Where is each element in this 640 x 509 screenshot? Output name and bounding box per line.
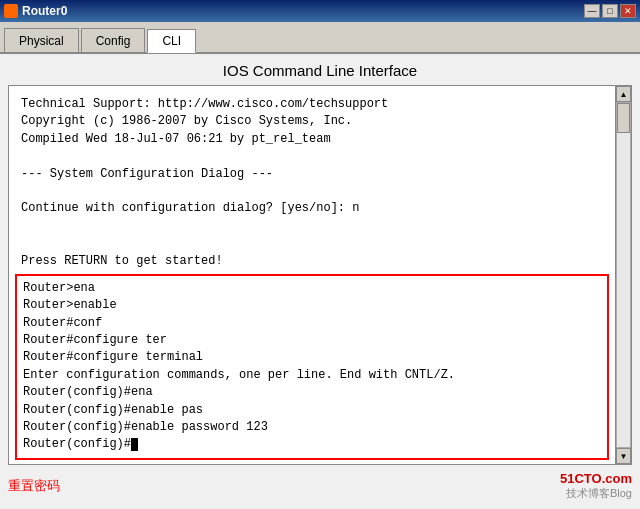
- window-body: IOS Command Line Interface Technical Sup…: [0, 54, 640, 509]
- tab-cli[interactable]: CLI: [147, 29, 196, 53]
- tab-bar: Physical Config CLI: [0, 22, 640, 54]
- terminal-line: Router(config)#: [23, 436, 601, 453]
- bottom-bar: 重置密码 51CTO.com 技术博客Blog: [8, 471, 632, 501]
- terminal-line: Continue with configuration dialog? [yes…: [21, 200, 603, 217]
- terminal-line: [21, 218, 603, 235]
- lower-output: Router>enaRouter>enableRouter#confRouter…: [15, 274, 609, 460]
- upper-output: Technical Support: http://www.cisco.com/…: [15, 92, 609, 274]
- tab-physical[interactable]: Physical: [4, 28, 79, 52]
- title-bar: Router0 — □ ✕: [0, 0, 640, 22]
- router-icon: [4, 4, 18, 18]
- minimize-button[interactable]: —: [584, 4, 600, 18]
- terminal-line: [21, 183, 603, 200]
- terminal-line: Enter configuration commands, one per li…: [23, 367, 601, 384]
- terminal-line: Router#configure terminal: [23, 349, 601, 366]
- close-button[interactable]: ✕: [620, 4, 636, 18]
- tab-config[interactable]: Config: [81, 28, 146, 52]
- watermark: 51CTO.com 技术博客Blog: [560, 471, 632, 501]
- watermark-blog: 技术博客Blog: [566, 487, 632, 499]
- terminal-line: [21, 235, 603, 252]
- terminal-line: Technical Support: http://www.cisco.com/…: [21, 96, 603, 113]
- scroll-track[interactable]: [616, 102, 631, 448]
- terminal-line: [21, 148, 603, 165]
- scroll-up-button[interactable]: ▲: [616, 86, 631, 102]
- scroll-down-button[interactable]: ▼: [616, 448, 631, 464]
- terminal-line: Copyright (c) 1986-2007 by Cisco Systems…: [21, 113, 603, 130]
- window-title: Router0: [22, 4, 67, 18]
- cursor: [131, 438, 138, 451]
- terminal-line: Router(config)#enable pas: [23, 402, 601, 419]
- terminal-line: Router(config)#ena: [23, 384, 601, 401]
- terminal-line: Router(config)#enable password 123: [23, 419, 601, 436]
- cli-heading: IOS Command Line Interface: [8, 62, 632, 79]
- scrollbar[interactable]: ▲ ▼: [615, 86, 631, 464]
- watermark-site: 51CTO.com: [560, 471, 632, 486]
- reset-link[interactable]: 重置密码: [8, 477, 60, 495]
- maximize-button[interactable]: □: [602, 4, 618, 18]
- terminal-container: Technical Support: http://www.cisco.com/…: [8, 85, 632, 465]
- terminal-line: Router>enable: [23, 297, 601, 314]
- terminal[interactable]: Technical Support: http://www.cisco.com/…: [9, 86, 615, 464]
- terminal-line: --- System Configuration Dialog ---: [21, 166, 603, 183]
- terminal-line: Press RETURN to get started!: [21, 253, 603, 270]
- terminal-line: Router#configure ter: [23, 332, 601, 349]
- terminal-line: Router#conf: [23, 315, 601, 332]
- terminal-line: Router>ena: [23, 280, 601, 297]
- terminal-line: Compiled Wed 18-Jul-07 06:21 by pt_rel_t…: [21, 131, 603, 148]
- scroll-thumb[interactable]: [617, 103, 630, 133]
